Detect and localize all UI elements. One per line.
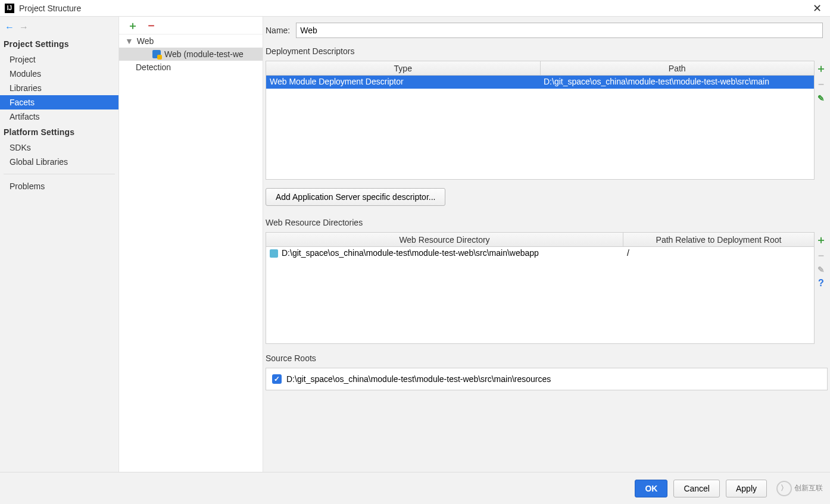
add-facet-icon[interactable]: ＋ — [127, 18, 138, 33]
cell-directory: D:\git_space\os_china\module-test\module… — [266, 247, 623, 260]
name-row: Name: — [263, 17, 830, 43]
table-row[interactable]: Web Module Deployment Descriptor D:\git_… — [266, 76, 814, 89]
folder-icon — [270, 249, 278, 258]
dialog-body: ← → Project Settings Project Modules Lib… — [0, 17, 830, 472]
sidebar-item-artifacts[interactable]: Artifacts — [0, 109, 118, 124]
nav-back-icon[interactable]: ← — [5, 22, 14, 33]
source-roots-list: ✓ D:\git_space\os_china\module-test\modu… — [266, 368, 828, 390]
web-facet-icon — [152, 50, 161, 58]
project-structure-dialog: IJ Project Structure ✕ ← → Project Setti… — [0, 0, 830, 504]
cell-path: D:\git_space\os_china\module-test\module… — [540, 76, 814, 89]
watermark-logo: 〉 创新互联 — [776, 481, 823, 496]
sidebar-item-problems[interactable]: Problems — [0, 179, 118, 193]
sidebar-item-project[interactable]: Project — [0, 52, 118, 67]
deployment-descriptors-table[interactable]: Type Path Web Module Deployment Descript… — [266, 61, 815, 180]
dd-side-buttons: ＋ － ✎ — [815, 61, 828, 180]
table-header: Type Path — [266, 61, 814, 76]
apply-button[interactable]: Apply — [726, 480, 767, 497]
deployment-descriptors-label: Deployment Descriptors — [263, 43, 830, 61]
remove-descriptor-icon[interactable]: － — [816, 79, 826, 89]
source-root-path: D:\git_space\os_china\module-test\module… — [286, 374, 551, 384]
tree-node-label: Detection — [136, 62, 171, 72]
expand-icon[interactable]: ▼ — [125, 36, 133, 46]
window-title: Project Structure — [19, 4, 81, 13]
facets-tree-panel: ＋ － ▼ Web Web (module-test-we Detection — [119, 17, 263, 472]
logo-icon: 〉 — [776, 481, 792, 496]
facet-name-input[interactable] — [296, 23, 823, 38]
cell-type: Web Module Deployment Descriptor — [266, 76, 540, 89]
tree-node-web-module[interactable]: Web (module-test-we — [119, 48, 263, 61]
ok-button[interactable]: OK — [635, 480, 667, 497]
web-resource-dirs-block: Web Resource Directory Path Relative to … — [266, 232, 828, 344]
facet-editor: Name: Deployment Descriptors Type Path W… — [263, 17, 830, 472]
col-relative: Path Relative to Deployment Root — [623, 233, 814, 246]
add-webres-icon[interactable]: ＋ — [816, 234, 826, 245]
checkbox-checked-icon[interactable]: ✓ — [272, 374, 282, 384]
source-root-row[interactable]: ✓ D:\git_space\os_china\module-test\modu… — [272, 374, 821, 384]
name-label: Name: — [266, 26, 290, 35]
col-directory: Web Resource Directory — [266, 233, 623, 246]
col-type: Type — [266, 61, 541, 75]
sidebar-item-libraries[interactable]: Libraries — [0, 81, 118, 95]
sidebar-item-facets[interactable]: Facets — [0, 95, 118, 109]
facets-tree[interactable]: ▼ Web Web (module-test-we Detection — [119, 35, 263, 472]
tree-node-detection[interactable]: Detection — [119, 61, 263, 74]
titlebar: IJ Project Structure ✕ — [0, 0, 830, 17]
edit-webres-icon[interactable]: ✎ — [817, 265, 825, 274]
platform-settings-header: Platform Settings — [0, 124, 118, 140]
web-resource-dirs-label: Web Resource Directories — [263, 214, 830, 232]
project-settings-header: Project Settings — [0, 36, 118, 52]
col-path: Path — [541, 61, 815, 75]
dialog-footer: OK Cancel Apply 〉 创新互联 — [0, 472, 830, 504]
app-icon: IJ — [5, 4, 14, 13]
nav-forward-icon[interactable]: → — [19, 22, 29, 33]
add-server-row: Add Application Server specific descript… — [263, 186, 830, 214]
help-icon[interactable]: ? — [818, 278, 824, 288]
add-descriptor-icon[interactable]: ＋ — [816, 63, 826, 74]
tree-node-label: Web (module-test-we — [164, 49, 244, 59]
remove-webres-icon[interactable]: － — [816, 250, 826, 261]
add-app-server-descriptor-button[interactable]: Add Application Server specific descript… — [266, 188, 445, 206]
sidebar-divider — [4, 174, 115, 174]
close-icon[interactable]: ✕ — [809, 2, 825, 15]
tree-node-web[interactable]: ▼ Web — [119, 35, 263, 48]
web-resource-dirs-table[interactable]: Web Resource Directory Path Relative to … — [266, 232, 815, 344]
settings-sidebar: ← → Project Settings Project Modules Lib… — [0, 17, 119, 472]
wrd-side-buttons: ＋ － ✎ ? — [815, 232, 828, 344]
sidebar-item-sdks[interactable]: SDKs — [0, 140, 118, 155]
source-roots-block: ✓ D:\git_space\os_china\module-test\modu… — [266, 368, 828, 390]
logo-text: 创新互联 — [794, 483, 823, 493]
sidebar-item-modules[interactable]: Modules — [0, 67, 118, 81]
sidebar-item-global-libraries[interactable]: Global Libraries — [0, 155, 118, 169]
edit-descriptor-icon[interactable]: ✎ — [817, 94, 825, 102]
remove-facet-icon[interactable]: － — [145, 17, 157, 33]
tree-node-label: Web — [137, 36, 154, 46]
deployment-descriptors-block: Type Path Web Module Deployment Descript… — [266, 61, 828, 180]
dir-text: D:\git_space\os_china\module-test\module… — [282, 248, 539, 258]
cancel-button[interactable]: Cancel — [673, 480, 720, 497]
source-roots-label: Source Roots — [263, 350, 830, 368]
cell-relative: / — [623, 247, 814, 260]
table-row[interactable]: D:\git_space\os_china\module-test\module… — [266, 247, 814, 260]
tree-toolbar: ＋ － — [119, 17, 263, 35]
table-header: Web Resource Directory Path Relative to … — [266, 233, 814, 247]
